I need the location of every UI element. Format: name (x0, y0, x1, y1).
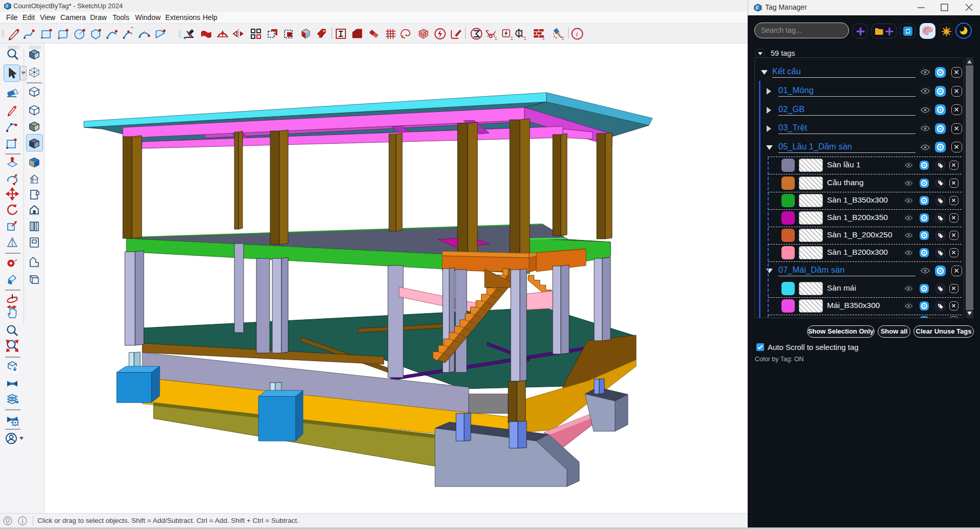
svg-text:Σ: Σ (495, 36, 497, 40)
svg-text:i: i (576, 30, 578, 38)
svg-text:Σ: Σ (511, 36, 513, 40)
svg-text:Σ: Σ (524, 36, 527, 40)
svg-text:Σ: Σ (562, 36, 564, 40)
